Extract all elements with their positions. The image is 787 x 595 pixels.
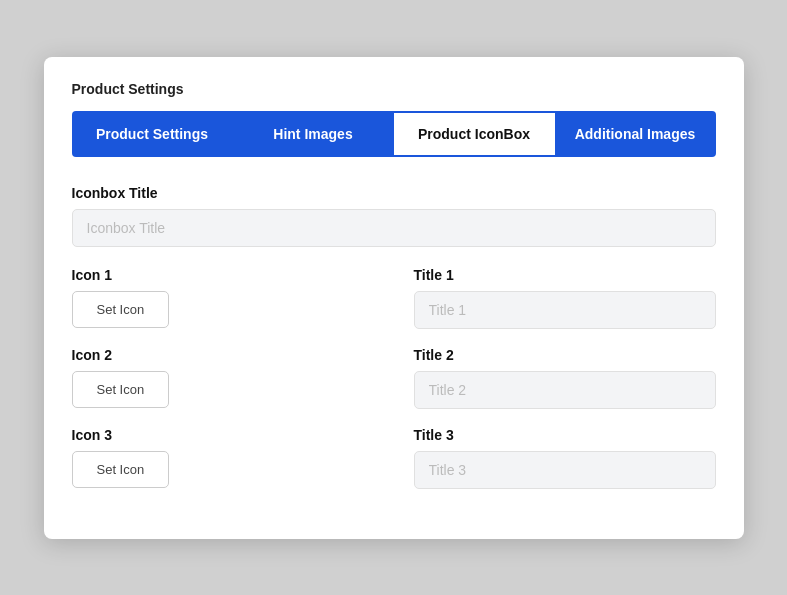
tab-product-iconbox[interactable]: Product IconBox	[394, 111, 555, 157]
title-col-1: Title 1	[414, 267, 716, 329]
set-icon-1-button[interactable]: Set Icon	[72, 291, 170, 328]
title-2-label: Title 2	[414, 347, 716, 363]
title-2-input[interactable]	[414, 371, 716, 409]
tab-hint-images[interactable]: Hint Images	[233, 111, 394, 157]
tabs-bar: Product Settings Hint Images Product Ico…	[72, 111, 716, 157]
title-col-2: Title 2	[414, 347, 716, 409]
title-3-input[interactable]	[414, 451, 716, 489]
icon-row-1: Icon 1 Set Icon Title 1	[72, 267, 716, 329]
icon-col-3: Icon 3 Set Icon	[72, 427, 382, 488]
icon-row-3: Icon 3 Set Icon Title 3	[72, 427, 716, 489]
card-header-label: Product Settings	[72, 81, 716, 97]
title-1-label: Title 1	[414, 267, 716, 283]
iconbox-title-label: Iconbox Title	[72, 185, 716, 201]
title-col-3: Title 3	[414, 427, 716, 489]
icon-col-2: Icon 2 Set Icon	[72, 347, 382, 408]
iconbox-title-input[interactable]	[72, 209, 716, 247]
icon-3-label: Icon 3	[72, 427, 382, 443]
icon-col-1: Icon 1 Set Icon	[72, 267, 382, 328]
set-icon-3-button[interactable]: Set Icon	[72, 451, 170, 488]
title-3-label: Title 3	[414, 427, 716, 443]
settings-card: Product Settings Product Settings Hint I…	[44, 57, 744, 539]
tab-additional-images[interactable]: Additional Images	[555, 111, 716, 157]
icon-2-label: Icon 2	[72, 347, 382, 363]
tab-product-settings[interactable]: Product Settings	[72, 111, 233, 157]
title-1-input[interactable]	[414, 291, 716, 329]
icon-1-label: Icon 1	[72, 267, 382, 283]
set-icon-2-button[interactable]: Set Icon	[72, 371, 170, 408]
icon-row-2: Icon 2 Set Icon Title 2	[72, 347, 716, 409]
